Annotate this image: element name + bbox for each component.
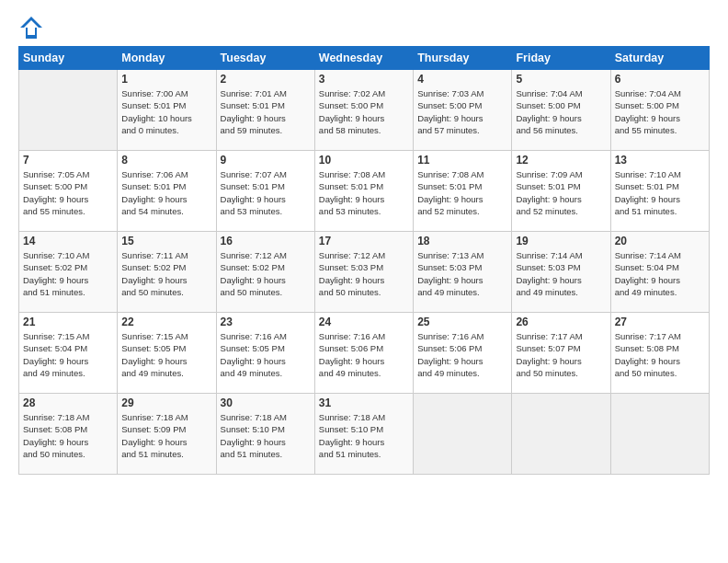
week-row-4: 21Sunrise: 7:15 AMSunset: 5:04 PMDayligh… — [19, 313, 710, 394]
day-header-tuesday: Tuesday — [216, 47, 314, 70]
calendar-cell: 22Sunrise: 7:15 AMSunset: 5:05 PMDayligh… — [118, 313, 216, 394]
calendar-cell: 27Sunrise: 7:17 AMSunset: 5:08 PMDayligh… — [610, 313, 709, 394]
day-number: 19 — [516, 235, 606, 247]
calendar-cell — [19, 70, 118, 151]
calendar-cell — [512, 394, 610, 475]
day-header-monday: Monday — [118, 47, 216, 70]
calendar-cell: 14Sunrise: 7:10 AMSunset: 5:02 PMDayligh… — [19, 232, 118, 313]
calendar-cell: 29Sunrise: 7:18 AMSunset: 5:09 PMDayligh… — [118, 394, 216, 475]
day-info: Sunrise: 7:05 AMSunset: 5:00 PMDaylight:… — [23, 168, 113, 217]
calendar-cell: 31Sunrise: 7:18 AMSunset: 5:10 PMDayligh… — [314, 394, 413, 475]
day-info: Sunrise: 7:08 AMSunset: 5:01 PMDaylight:… — [319, 168, 409, 217]
calendar-cell: 26Sunrise: 7:17 AMSunset: 5:07 PMDayligh… — [512, 313, 610, 394]
day-number: 5 — [516, 73, 606, 86]
day-info: Sunrise: 7:12 AMSunset: 5:03 PMDaylight:… — [319, 249, 409, 298]
day-number: 25 — [417, 316, 507, 328]
day-number: 15 — [121, 235, 211, 247]
day-header-wednesday: Wednesday — [314, 47, 413, 70]
day-header-sunday: Sunday — [19, 47, 118, 70]
day-number: 23 — [221, 316, 311, 328]
calendar-cell: 11Sunrise: 7:08 AMSunset: 5:01 PMDayligh… — [414, 151, 512, 232]
day-number: 17 — [319, 235, 409, 247]
day-number: 24 — [319, 316, 409, 328]
day-number: 4 — [417, 73, 507, 86]
day-number: 10 — [319, 154, 409, 167]
calendar-cell: 24Sunrise: 7:16 AMSunset: 5:06 PMDayligh… — [314, 313, 413, 394]
day-header-thursday: Thursday — [414, 47, 512, 70]
calendar-cell: 16Sunrise: 7:12 AMSunset: 5:02 PMDayligh… — [216, 232, 314, 313]
calendar-cell — [414, 394, 512, 475]
calendar-cell: 19Sunrise: 7:14 AMSunset: 5:03 PMDayligh… — [512, 232, 610, 313]
calendar-cell: 21Sunrise: 7:15 AMSunset: 5:04 PMDayligh… — [19, 313, 118, 394]
header-row: SundayMondayTuesdayWednesdayThursdayFrid… — [19, 47, 710, 70]
day-info: Sunrise: 7:09 AMSunset: 5:01 PMDaylight:… — [516, 168, 606, 217]
day-info: Sunrise: 7:08 AMSunset: 5:01 PMDaylight:… — [417, 168, 507, 217]
calendar-cell: 7Sunrise: 7:05 AMSunset: 5:00 PMDaylight… — [19, 151, 118, 232]
calendar-cell: 3Sunrise: 7:02 AMSunset: 5:00 PMDaylight… — [314, 70, 413, 151]
day-number: 29 — [121, 396, 211, 409]
page: SundayMondayTuesdayWednesdayThursdayFrid… — [0, 0, 728, 484]
calendar-cell: 1Sunrise: 7:00 AMSunset: 5:01 PMDaylight… — [118, 70, 216, 151]
day-info: Sunrise: 7:18 AMSunset: 5:09 PMDaylight:… — [121, 411, 211, 460]
day-number: 3 — [319, 73, 409, 86]
calendar-cell: 8Sunrise: 7:06 AMSunset: 5:01 PMDaylight… — [118, 151, 216, 232]
day-number: 18 — [417, 235, 507, 247]
calendar-cell: 25Sunrise: 7:16 AMSunset: 5:06 PMDayligh… — [414, 313, 512, 394]
calendar-cell: 23Sunrise: 7:16 AMSunset: 5:05 PMDayligh… — [216, 313, 314, 394]
calendar-cell: 13Sunrise: 7:10 AMSunset: 5:01 PMDayligh… — [610, 151, 709, 232]
day-info: Sunrise: 7:17 AMSunset: 5:07 PMDaylight:… — [516, 330, 606, 379]
calendar-table: SundayMondayTuesdayWednesdayThursdayFrid… — [18, 46, 710, 475]
day-info: Sunrise: 7:18 AMSunset: 5:08 PMDaylight:… — [23, 411, 113, 460]
calendar-cell: 30Sunrise: 7:18 AMSunset: 5:10 PMDayligh… — [216, 394, 314, 475]
day-number: 11 — [417, 154, 507, 167]
day-number: 20 — [615, 235, 705, 247]
day-info: Sunrise: 7:14 AMSunset: 5:03 PMDaylight:… — [516, 249, 606, 298]
day-info: Sunrise: 7:02 AMSunset: 5:00 PMDaylight:… — [319, 87, 409, 136]
day-number: 28 — [23, 396, 113, 409]
day-number: 8 — [121, 154, 211, 167]
day-number: 16 — [221, 235, 311, 247]
week-row-3: 14Sunrise: 7:10 AMSunset: 5:02 PMDayligh… — [19, 232, 710, 313]
day-number: 31 — [319, 396, 409, 409]
logo — [18, 15, 46, 40]
calendar-cell: 10Sunrise: 7:08 AMSunset: 5:01 PMDayligh… — [314, 151, 413, 232]
day-number: 9 — [221, 154, 311, 167]
day-number: 12 — [516, 154, 606, 167]
week-row-1: 1Sunrise: 7:00 AMSunset: 5:01 PMDaylight… — [19, 70, 710, 151]
calendar-cell: 28Sunrise: 7:18 AMSunset: 5:08 PMDayligh… — [19, 394, 118, 475]
day-number: 14 — [23, 235, 113, 247]
day-info: Sunrise: 7:12 AMSunset: 5:02 PMDaylight:… — [221, 249, 311, 298]
day-info: Sunrise: 7:18 AMSunset: 5:10 PMDaylight:… — [221, 411, 311, 460]
day-info: Sunrise: 7:03 AMSunset: 5:00 PMDaylight:… — [417, 87, 507, 136]
day-number: 27 — [615, 316, 705, 328]
calendar-cell: 20Sunrise: 7:14 AMSunset: 5:04 PMDayligh… — [610, 232, 709, 313]
week-row-5: 28Sunrise: 7:18 AMSunset: 5:08 PMDayligh… — [19, 394, 710, 475]
day-number: 30 — [221, 396, 311, 409]
calendar-cell: 18Sunrise: 7:13 AMSunset: 5:03 PMDayligh… — [414, 232, 512, 313]
calendar-body: 1Sunrise: 7:00 AMSunset: 5:01 PMDaylight… — [19, 70, 710, 475]
day-info: Sunrise: 7:04 AMSunset: 5:00 PMDaylight:… — [516, 87, 606, 136]
header — [18, 15, 710, 40]
day-header-saturday: Saturday — [610, 47, 709, 70]
day-number: 13 — [615, 154, 705, 167]
calendar-cell: 5Sunrise: 7:04 AMSunset: 5:00 PMDaylight… — [512, 70, 610, 151]
day-info: Sunrise: 7:04 AMSunset: 5:00 PMDaylight:… — [615, 87, 705, 136]
calendar-cell: 2Sunrise: 7:01 AMSunset: 5:01 PMDaylight… — [216, 70, 314, 151]
calendar-cell: 17Sunrise: 7:12 AMSunset: 5:03 PMDayligh… — [314, 232, 413, 313]
day-info: Sunrise: 7:16 AMSunset: 5:06 PMDaylight:… — [417, 330, 507, 379]
day-number: 6 — [615, 73, 705, 86]
day-number: 21 — [23, 316, 113, 328]
day-number: 1 — [121, 73, 211, 86]
calendar-cell: 6Sunrise: 7:04 AMSunset: 5:00 PMDaylight… — [610, 70, 709, 151]
logo-icon — [18, 15, 44, 40]
day-info: Sunrise: 7:00 AMSunset: 5:01 PMDaylight:… — [121, 87, 211, 136]
calendar-cell: 12Sunrise: 7:09 AMSunset: 5:01 PMDayligh… — [512, 151, 610, 232]
day-header-friday: Friday — [512, 47, 610, 70]
day-number: 22 — [121, 316, 211, 328]
day-info: Sunrise: 7:10 AMSunset: 5:01 PMDaylight:… — [615, 168, 705, 217]
day-info: Sunrise: 7:06 AMSunset: 5:01 PMDaylight:… — [121, 168, 211, 217]
day-info: Sunrise: 7:11 AMSunset: 5:02 PMDaylight:… — [121, 249, 211, 298]
calendar-header: SundayMondayTuesdayWednesdayThursdayFrid… — [19, 47, 710, 70]
day-number: 2 — [221, 73, 311, 86]
calendar-cell — [610, 394, 709, 475]
